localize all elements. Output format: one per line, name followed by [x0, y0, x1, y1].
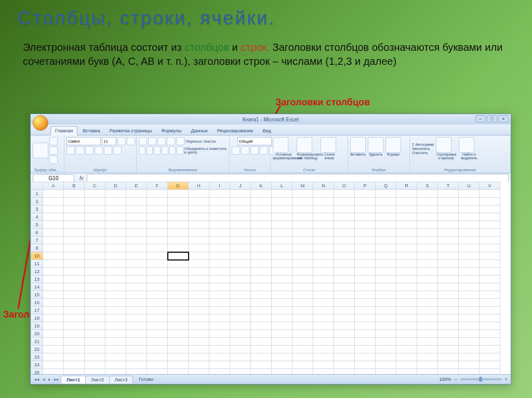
cell[interactable]	[396, 314, 417, 322]
column-header[interactable]: F	[147, 182, 168, 190]
bold-icon[interactable]	[66, 146, 75, 155]
cell[interactable]	[64, 291, 85, 299]
cell[interactable]	[459, 237, 480, 244]
cell[interactable]	[126, 299, 147, 307]
cell[interactable]	[417, 322, 438, 330]
cell[interactable]	[251, 268, 272, 276]
cell[interactable]	[251, 330, 272, 338]
delete-cells-icon[interactable]	[368, 137, 383, 153]
cell[interactable]	[147, 307, 168, 314]
zoom-level[interactable]: 100%	[439, 377, 451, 382]
merge-center-icon[interactable]	[177, 146, 183, 155]
cell[interactable]	[272, 299, 292, 307]
cell[interactable]	[85, 299, 105, 307]
cell[interactable]	[417, 237, 438, 244]
cell[interactable]	[189, 213, 209, 221]
cell[interactable]	[272, 190, 292, 198]
cell[interactable]	[292, 237, 313, 244]
cell[interactable]	[209, 338, 230, 346]
cond-format-label[interactable]: Условное форматирование	[273, 153, 295, 160]
cell[interactable]	[459, 190, 480, 198]
cell[interactable]	[209, 330, 230, 338]
cell[interactable]	[85, 190, 105, 198]
cell[interactable]	[396, 268, 417, 276]
cell[interactable]	[43, 268, 64, 276]
column-header[interactable]: U	[459, 182, 480, 190]
cell[interactable]	[480, 190, 500, 198]
cell[interactable]	[334, 260, 355, 268]
cell[interactable]	[417, 276, 438, 283]
tab-review[interactable]: Рецензирование	[213, 127, 258, 135]
cell[interactable]	[168, 283, 189, 291]
cell[interactable]	[480, 268, 500, 276]
cell[interactable]	[105, 276, 126, 283]
cell[interactable]	[355, 244, 376, 252]
cell[interactable]	[355, 330, 376, 338]
cell[interactable]	[292, 314, 313, 322]
row-header[interactable]: 3	[31, 205, 43, 213]
cell[interactable]	[85, 213, 105, 221]
cell[interactable]	[64, 198, 85, 205]
cell[interactable]	[251, 276, 272, 283]
cell[interactable]	[126, 205, 147, 213]
align-center-icon[interactable]	[147, 146, 153, 155]
cell[interactable]	[126, 361, 147, 369]
cell[interactable]	[355, 190, 376, 198]
cell[interactable]	[209, 260, 230, 268]
cell[interactable]	[189, 190, 209, 198]
cell[interactable]	[147, 330, 168, 338]
cell[interactable]	[376, 260, 396, 268]
cell[interactable]	[334, 314, 355, 322]
cell[interactable]	[313, 244, 334, 252]
cell[interactable]	[396, 213, 417, 221]
cell[interactable]	[85, 268, 105, 276]
cell[interactable]	[251, 361, 272, 369]
cell[interactable]	[64, 322, 85, 330]
cell[interactable]	[417, 190, 438, 198]
cell[interactable]	[459, 276, 480, 283]
cell[interactable]	[168, 252, 189, 260]
cell[interactable]	[292, 260, 313, 268]
cell[interactable]	[459, 260, 480, 268]
cell[interactable]	[272, 205, 292, 213]
cell[interactable]	[417, 299, 438, 307]
cell[interactable]	[147, 314, 168, 322]
cell[interactable]	[480, 314, 500, 322]
cell[interactable]	[189, 353, 209, 361]
cell[interactable]	[334, 252, 355, 260]
cell[interactable]	[272, 268, 292, 276]
cell[interactable]	[147, 276, 168, 283]
cell[interactable]	[189, 198, 209, 205]
cell[interactable]	[313, 353, 334, 361]
cell[interactable]	[272, 244, 292, 252]
cell[interactable]	[189, 229, 209, 237]
cell[interactable]	[376, 276, 396, 283]
find-select-label[interactable]: Найти и выделить	[459, 153, 480, 160]
cell[interactable]	[376, 353, 396, 361]
cell[interactable]	[313, 338, 334, 346]
cell[interactable]	[438, 276, 459, 283]
cell[interactable]	[85, 338, 105, 346]
cell[interactable]	[189, 252, 209, 260]
cell[interactable]	[396, 237, 417, 244]
cell[interactable]	[438, 221, 459, 229]
cell[interactable]	[147, 190, 168, 198]
cell[interactable]	[438, 268, 459, 276]
cell[interactable]	[355, 353, 376, 361]
cell[interactable]	[189, 322, 209, 330]
cell[interactable]	[292, 307, 313, 314]
cell[interactable]	[64, 314, 85, 322]
cell[interactable]	[105, 283, 126, 291]
cell[interactable]	[126, 244, 147, 252]
cell[interactable]	[376, 213, 396, 221]
cell[interactable]	[313, 291, 334, 299]
cell[interactable]	[313, 213, 334, 221]
cell[interactable]	[209, 268, 230, 276]
cell[interactable]	[105, 260, 126, 268]
column-header[interactable]: C	[85, 182, 105, 190]
cell[interactable]	[209, 229, 230, 237]
cell[interactable]	[313, 252, 334, 260]
cell[interactable]	[272, 330, 292, 338]
cell[interactable]	[376, 198, 396, 205]
cell[interactable]	[126, 213, 147, 221]
